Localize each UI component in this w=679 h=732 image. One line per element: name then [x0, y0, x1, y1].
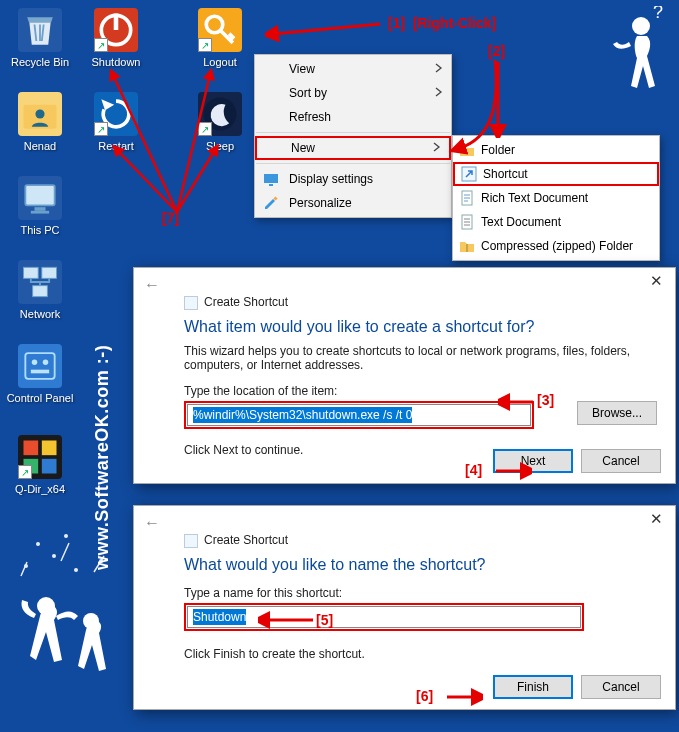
browse-button[interactable]: Browse...	[577, 401, 657, 425]
svg-line-36	[177, 150, 215, 212]
control-panel-icon	[18, 344, 62, 388]
svg-rect-17	[42, 441, 57, 456]
dialog-description: This wizard helps you to create shortcut…	[184, 344, 657, 372]
desktop-icon-label: Network	[4, 308, 76, 320]
arrow-icon	[443, 687, 483, 707]
annotation-2: [2]	[488, 43, 505, 59]
network-icon	[18, 260, 62, 304]
menu-item-label: View	[289, 62, 315, 76]
cancel-button[interactable]: Cancel	[581, 449, 661, 473]
dialog-heading: What item would you like to create a sho…	[184, 318, 657, 336]
svg-line-35	[117, 150, 177, 212]
svg-point-42	[52, 554, 56, 558]
desktop-nenad[interactable]: Nenad	[4, 92, 76, 152]
close-button[interactable]: ✕	[642, 508, 671, 530]
personalize-icon	[263, 195, 279, 211]
back-button[interactable]: ←	[144, 276, 160, 294]
location-label: Type the location of the item:	[184, 384, 657, 398]
arrow-icon	[498, 392, 538, 412]
desktop-control-panel[interactable]: Control Panel	[4, 344, 76, 404]
user-folder-icon	[18, 92, 62, 136]
submenu-item-label: Shortcut	[483, 167, 528, 181]
desktop-qdir[interactable]: ↗ Q-Dir_x64	[4, 435, 76, 495]
desktop-recycle-bin[interactable]: Recycle Bin	[4, 8, 76, 68]
submenu-item-label: Rich Text Document	[481, 191, 588, 205]
create-shortcut-dialog-1: ✕ ← Create Shortcut What item would you …	[133, 267, 676, 484]
arrow-icon	[265, 12, 385, 42]
desktop-this-pc[interactable]: This PC	[4, 176, 76, 236]
svg-line-34	[177, 75, 210, 212]
back-button[interactable]: ←	[144, 514, 160, 532]
submenu-shortcut[interactable]: Shortcut	[453, 162, 659, 186]
desktop-icon-label: Control Panel	[4, 392, 76, 404]
annotation-1: [1] [Right-Click]	[388, 15, 496, 31]
svg-rect-6	[25, 185, 54, 205]
svg-point-46	[64, 534, 68, 538]
dialog-title-icon	[184, 534, 198, 548]
svg-rect-22	[273, 196, 277, 200]
svg-point-14	[43, 360, 49, 366]
svg-rect-15	[31, 370, 49, 374]
location-input[interactable]: %windir%\System32\shutdown.exe /s /t 0	[187, 404, 531, 426]
power-icon: ↗	[94, 8, 138, 52]
svg-rect-21	[269, 184, 273, 186]
annotation-3: [3]	[537, 392, 554, 408]
menu-item-label: Refresh	[289, 110, 331, 124]
submenu-rich-text-document[interactable]: Rich Text Document	[453, 186, 659, 210]
submenu-item-label: Text Document	[481, 215, 561, 229]
dialog-title: Create Shortcut	[184, 533, 288, 548]
recycle-bin-icon	[18, 8, 62, 52]
name-input[interactable]: Shutdown	[187, 606, 581, 628]
arrow-icon	[492, 461, 532, 481]
create-shortcut-dialog-2: ✕ ← Create Shortcut What would you like …	[133, 505, 676, 710]
thinking-person-icon: ?	[601, 6, 671, 126]
submenu-zip-folder[interactable]: Compressed (zipped) Folder	[453, 234, 659, 258]
annotation-5: [5]	[316, 612, 333, 628]
arrow-fan-icon	[95, 50, 245, 220]
close-button[interactable]: ✕	[642, 270, 671, 292]
submenu-item-label: Compressed (zipped) Folder	[481, 239, 633, 253]
desktop-icon-label: Recycle Bin	[4, 56, 76, 68]
cancel-button[interactable]: Cancel	[581, 675, 661, 699]
svg-rect-11	[33, 286, 48, 297]
svg-rect-20	[264, 174, 278, 183]
annotation-6: [6]	[416, 688, 433, 704]
svg-rect-19	[42, 459, 57, 474]
arrow-icon	[488, 60, 528, 138]
shortcut-overlay-icon: ↗	[18, 465, 32, 479]
menu-personalize[interactable]: Personalize	[255, 191, 451, 215]
svg-point-13	[32, 360, 38, 366]
svg-point-37	[632, 17, 650, 35]
svg-rect-26	[466, 244, 468, 252]
svg-rect-8	[31, 211, 49, 214]
zip-folder-icon	[459, 238, 475, 254]
svg-rect-7	[35, 207, 46, 211]
menu-item-label: Personalize	[289, 196, 352, 210]
desktop-network[interactable]: Network	[4, 260, 76, 320]
menu-display-settings[interactable]: Display settings	[255, 167, 451, 191]
menu-separator	[256, 163, 450, 164]
desktop-icon-label: This PC	[4, 224, 76, 236]
dialog-hint: Click Finish to create the shortcut.	[184, 647, 657, 661]
dialog-title: Create Shortcut	[184, 295, 288, 310]
computer-icon	[18, 176, 62, 220]
arrow-icon	[258, 610, 318, 630]
submenu-text-document[interactable]: Text Document	[453, 210, 659, 234]
desktop-icon-label: Nenad	[4, 140, 76, 152]
annotation-4: [4]	[465, 462, 482, 478]
finish-button[interactable]: Finish	[493, 675, 573, 699]
svg-point-45	[36, 542, 40, 546]
svg-rect-9	[24, 267, 39, 278]
svg-text:?: ?	[653, 6, 663, 22]
display-settings-icon	[263, 171, 279, 187]
shortcut-icon	[461, 166, 477, 182]
dialog-title-icon	[184, 296, 198, 310]
dialog-heading: What would you like to name the shortcut…	[184, 556, 657, 574]
qdir-icon: ↗	[18, 435, 62, 479]
desktop-icon-label: Q-Dir_x64	[4, 483, 76, 495]
key-icon: ↗	[198, 8, 242, 52]
text-doc-icon	[459, 214, 475, 230]
svg-rect-10	[42, 267, 57, 278]
name-label: Type a name for this shortcut:	[184, 586, 657, 600]
svg-point-4	[35, 109, 44, 118]
